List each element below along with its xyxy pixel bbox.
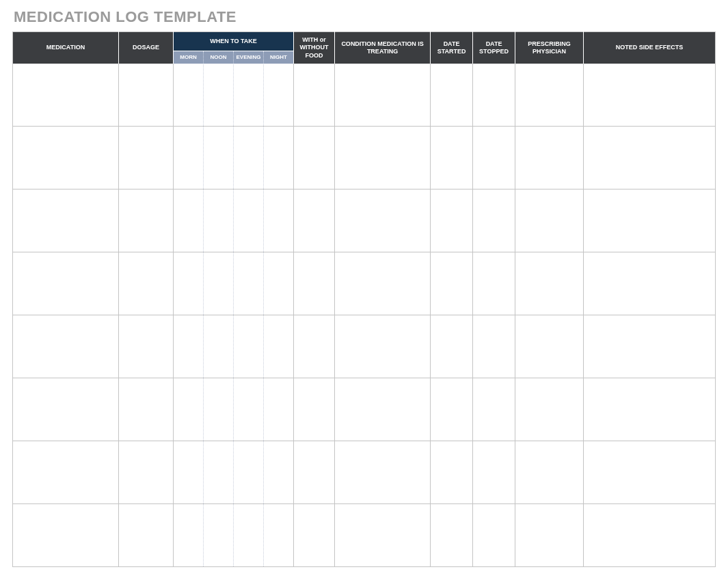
cell-morn[interactable] bbox=[174, 64, 204, 127]
cell-noon[interactable] bbox=[204, 189, 234, 252]
cell-physician[interactable] bbox=[515, 189, 584, 252]
cell-food[interactable] bbox=[294, 378, 335, 441]
cell-noon[interactable] bbox=[204, 441, 234, 504]
cell-physician[interactable] bbox=[515, 64, 584, 127]
cell-condition[interactable] bbox=[335, 378, 431, 441]
cell-physician[interactable] bbox=[515, 315, 584, 378]
cell-night[interactable] bbox=[264, 504, 294, 567]
cell-date_started[interactable] bbox=[431, 504, 473, 567]
cell-night[interactable] bbox=[264, 441, 294, 504]
cell-food[interactable] bbox=[294, 315, 335, 378]
cell-date_started[interactable] bbox=[431, 315, 473, 378]
cell-date_started[interactable] bbox=[431, 252, 473, 315]
cell-morn[interactable] bbox=[174, 252, 204, 315]
cell-side_effects[interactable] bbox=[584, 189, 716, 252]
cell-noon[interactable] bbox=[204, 315, 234, 378]
cell-physician[interactable] bbox=[515, 504, 584, 567]
cell-dosage[interactable] bbox=[119, 315, 174, 378]
cell-night[interactable] bbox=[264, 189, 294, 252]
cell-date_stopped[interactable] bbox=[473, 189, 515, 252]
cell-side_effects[interactable] bbox=[584, 315, 716, 378]
cell-medication[interactable] bbox=[13, 441, 119, 504]
cell-medication[interactable] bbox=[13, 378, 119, 441]
cell-evening[interactable] bbox=[234, 252, 264, 315]
cell-medication[interactable] bbox=[13, 64, 119, 127]
cell-medication[interactable] bbox=[13, 504, 119, 567]
cell-medication[interactable] bbox=[13, 252, 119, 315]
cell-physician[interactable] bbox=[515, 127, 584, 189]
cell-food[interactable] bbox=[294, 189, 335, 252]
cell-night[interactable] bbox=[264, 315, 294, 378]
cell-date_stopped[interactable] bbox=[473, 504, 515, 567]
cell-side_effects[interactable] bbox=[584, 504, 716, 567]
cell-noon[interactable] bbox=[204, 64, 234, 127]
cell-dosage[interactable] bbox=[119, 189, 174, 252]
cell-date_started[interactable] bbox=[431, 378, 473, 441]
cell-evening[interactable] bbox=[234, 504, 264, 567]
cell-medication[interactable] bbox=[13, 127, 119, 189]
cell-date_stopped[interactable] bbox=[473, 252, 515, 315]
cell-food[interactable] bbox=[294, 252, 335, 315]
cell-noon[interactable] bbox=[204, 252, 234, 315]
cell-morn[interactable] bbox=[174, 127, 204, 189]
cell-date_stopped[interactable] bbox=[473, 441, 515, 504]
cell-food[interactable] bbox=[294, 441, 335, 504]
cell-night[interactable] bbox=[264, 127, 294, 189]
cell-physician[interactable] bbox=[515, 441, 584, 504]
cell-side_effects[interactable] bbox=[584, 64, 716, 127]
cell-morn[interactable] bbox=[174, 504, 204, 567]
cell-noon[interactable] bbox=[204, 127, 234, 189]
cell-night[interactable] bbox=[264, 378, 294, 441]
cell-dosage[interactable] bbox=[119, 504, 174, 567]
cell-medication[interactable] bbox=[13, 189, 119, 252]
cell-dosage[interactable] bbox=[119, 64, 174, 127]
cell-condition[interactable] bbox=[335, 127, 431, 189]
cell-date_stopped[interactable] bbox=[473, 64, 515, 127]
cell-condition[interactable] bbox=[335, 504, 431, 567]
cell-physician[interactable] bbox=[515, 378, 584, 441]
cell-evening[interactable] bbox=[234, 441, 264, 504]
cell-evening[interactable] bbox=[234, 315, 264, 378]
cell-physician[interactable] bbox=[515, 252, 584, 315]
cell-side_effects[interactable] bbox=[584, 441, 716, 504]
cell-date_started[interactable] bbox=[431, 189, 473, 252]
cell-condition[interactable] bbox=[335, 64, 431, 127]
cell-side_effects[interactable] bbox=[584, 378, 716, 441]
cell-date_stopped[interactable] bbox=[473, 127, 515, 189]
cell-noon[interactable] bbox=[204, 378, 234, 441]
cell-evening[interactable] bbox=[234, 378, 264, 441]
cell-date_started[interactable] bbox=[431, 127, 473, 189]
table-body bbox=[13, 64, 716, 567]
cell-dosage[interactable] bbox=[119, 378, 174, 441]
cell-date_started[interactable] bbox=[431, 441, 473, 504]
cell-condition[interactable] bbox=[335, 189, 431, 252]
cell-date_stopped[interactable] bbox=[473, 378, 515, 441]
cell-food[interactable] bbox=[294, 504, 335, 567]
cell-medication[interactable] bbox=[13, 315, 119, 378]
cell-evening[interactable] bbox=[234, 189, 264, 252]
cell-dosage[interactable] bbox=[119, 127, 174, 189]
cell-dosage[interactable] bbox=[119, 441, 174, 504]
cell-night[interactable] bbox=[264, 252, 294, 315]
cell-condition[interactable] bbox=[335, 315, 431, 378]
cell-side_effects[interactable] bbox=[584, 252, 716, 315]
cell-evening[interactable] bbox=[234, 64, 264, 127]
cell-evening[interactable] bbox=[234, 127, 264, 189]
cell-morn[interactable] bbox=[174, 189, 204, 252]
cell-side_effects[interactable] bbox=[584, 127, 716, 189]
cell-food[interactable] bbox=[294, 64, 335, 127]
cell-date_stopped[interactable] bbox=[473, 315, 515, 378]
cell-night[interactable] bbox=[264, 64, 294, 127]
cell-food[interactable] bbox=[294, 127, 335, 189]
cell-date_started[interactable] bbox=[431, 64, 473, 127]
col-header-physician: PRESCRIBING PHYSICIAN bbox=[515, 32, 584, 64]
cell-condition[interactable] bbox=[335, 441, 431, 504]
table-row bbox=[13, 252, 716, 315]
cell-morn[interactable] bbox=[174, 315, 204, 378]
cell-condition[interactable] bbox=[335, 252, 431, 315]
cell-noon[interactable] bbox=[204, 504, 234, 567]
col-header-dosage: DOSAGE bbox=[119, 32, 174, 64]
cell-morn[interactable] bbox=[174, 441, 204, 504]
cell-morn[interactable] bbox=[174, 378, 204, 441]
cell-dosage[interactable] bbox=[119, 252, 174, 315]
